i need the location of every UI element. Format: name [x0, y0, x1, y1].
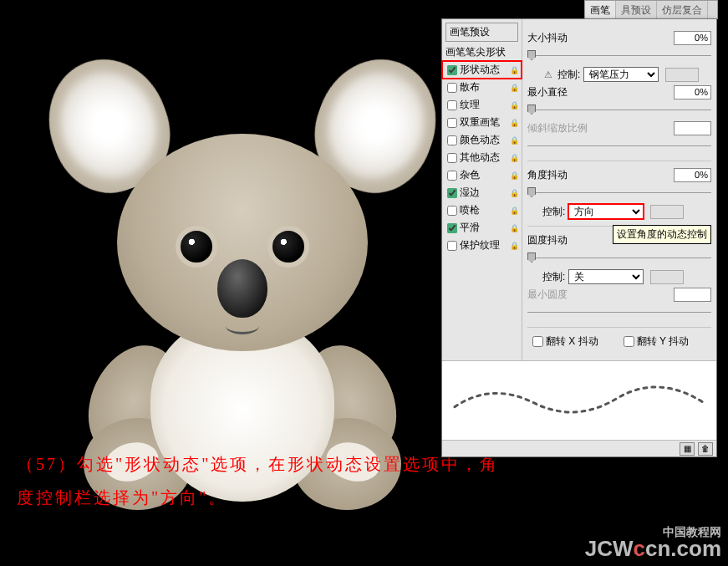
brush-preview [442, 360, 716, 440]
lock-icon: 🔒 [510, 119, 518, 127]
preset-item[interactable]: 形状动态🔒 [442, 61, 522, 79]
flip-y-checkbox[interactable]: 翻转 Y 抖动 [624, 334, 689, 349]
preset-label: 保护纹理 [460, 238, 500, 252]
tab-brush[interactable]: 画笔 [585, 1, 616, 19]
preset-label: 其他动态 [460, 150, 500, 165]
preset-checkbox[interactable] [447, 100, 457, 110]
preset-label: 平滑 [460, 221, 480, 235]
min-roundness-value [674, 288, 711, 302]
min-diameter-value[interactable]: 0% [674, 85, 711, 99]
preset-item[interactable]: 纹理🔒 [442, 96, 522, 114]
preset-item[interactable]: 湿边🔒 [442, 184, 522, 201]
preset-item[interactable]: 其他动态🔒 [442, 149, 522, 166]
lock-icon: 🔒 [510, 171, 518, 180]
canvas-area: （57）勾选"形状动态"选项，在形状动态设置选项中，角度控制栏选择为"方向"。 [0, 0, 441, 566]
size-control-select[interactable]: 钢笔压力 [583, 67, 659, 82]
brush-tip-shape[interactable]: 画笔笔尖形状 [442, 43, 522, 61]
min-diameter-slider[interactable] [527, 103, 711, 116]
roundness-jitter-label: 圆度抖动 [527, 233, 568, 247]
brush-panel: 画笔预设 画笔笔尖形状 形状动态🔒散布🔒纹理🔒双重画笔🔒颜色动态🔒其他动态🔒杂色… [441, 18, 717, 457]
new-icon[interactable]: ▦ [680, 442, 695, 456]
preset-checkbox[interactable] [447, 206, 457, 216]
preset-checkbox[interactable] [447, 241, 457, 251]
tilt-scale-label: 倾斜缩放比例 [527, 121, 588, 135]
preset-label: 湿边 [460, 186, 480, 200]
preset-item[interactable]: 喷枪🔒 [442, 201, 522, 219]
preset-label: 双重画笔 [460, 115, 500, 130]
preset-checkbox[interactable] [447, 188, 457, 198]
panel-tabs: 画笔 具预设 仿层复合 [584, 0, 718, 19]
tilt-scale-value [674, 121, 711, 135]
preset-column: 画笔预设 画笔笔尖形状 形状动态🔒散布🔒纹理🔒双重画笔🔒颜色动态🔒其他动态🔒杂色… [442, 19, 522, 360]
watermark: 中国教程网 JCWccn.com [585, 526, 721, 559]
preset-label: 散布 [460, 80, 480, 94]
mini-box [650, 205, 684, 219]
preset-checkbox[interactable] [447, 65, 457, 75]
size-jitter-slider[interactable] [527, 48, 711, 62]
control-label: 控制: [557, 68, 580, 82]
preset-label: 颜色动态 [460, 133, 500, 147]
lock-icon: 🔒 [510, 66, 518, 74]
angle-jitter-slider[interactable] [527, 186, 711, 199]
preset-checkbox[interactable] [447, 135, 457, 145]
roundness-jitter-slider[interactable] [527, 251, 711, 264]
preset-label: 纹理 [460, 98, 480, 112]
preset-item[interactable]: 颜色动态🔒 [442, 131, 522, 149]
lock-icon: 🔒 [510, 101, 518, 110]
lock-icon: 🔒 [510, 224, 518, 232]
angle-control-label: 控制: [542, 205, 565, 219]
mini-box [665, 68, 699, 82]
trash-icon[interactable]: 🗑 [698, 442, 713, 456]
roundness-control-select[interactable]: 关 [568, 269, 644, 284]
panel-bottom-bar: ▦ 🗑 [442, 440, 716, 456]
roundness-control-label: 控制: [542, 270, 565, 284]
brush-preset-header[interactable]: 画笔预设 [445, 23, 518, 42]
lock-icon: 🔒 [510, 154, 518, 162]
preset-item[interactable]: 杂色🔒 [442, 166, 522, 184]
tab-preset[interactable]: 具预设 [616, 1, 657, 19]
size-jitter-label: 大小抖动 [527, 31, 568, 45]
preset-item[interactable]: 平滑🔒 [442, 219, 522, 237]
preset-checkbox[interactable] [447, 83, 457, 93]
min-roundness-slider [527, 305, 711, 319]
instruction-text: （57）勾选"形状动态"选项，在形状动态设置选项中，角度控制栏选择为"方向"。 [17, 447, 514, 514]
preset-label: 喷枪 [460, 203, 480, 217]
lock-icon: 🔒 [510, 84, 518, 92]
lock-icon: 🔒 [510, 189, 518, 197]
tab-clone[interactable]: 仿层复合 [657, 1, 708, 19]
preset-checkbox[interactable] [447, 171, 457, 181]
flip-x-checkbox[interactable]: 翻转 X 抖动 [532, 334, 598, 349]
lock-icon: 🔒 [510, 207, 518, 215]
preset-checkbox[interactable] [447, 223, 457, 233]
warning-icon: ⚠ [542, 69, 554, 80]
size-jitter-value[interactable]: 0% [674, 31, 711, 45]
preset-checkbox[interactable] [447, 118, 457, 128]
angle-control-select[interactable]: 方向 [568, 204, 644, 219]
preset-label: 杂色 [460, 168, 480, 182]
lock-icon: 🔒 [510, 242, 518, 250]
tooltip: 设置角度的动态控制 [613, 225, 711, 244]
angle-jitter-value[interactable]: 0% [674, 168, 711, 182]
mini-box [650, 270, 684, 284]
angle-jitter-label: 角度抖动 [527, 168, 568, 182]
settings-column: 大小抖动 0% ⚠ 控制: 钢笔压力 最小直径 0% 倾斜缩放比例 [522, 19, 716, 360]
min-roundness-label: 最小圆度 [527, 288, 568, 302]
tilt-scale-slider [527, 139, 711, 152]
min-diameter-label: 最小直径 [527, 85, 568, 99]
lock-icon: 🔒 [510, 136, 518, 145]
preset-item[interactable]: 保护纹理🔒 [442, 237, 522, 254]
preset-checkbox[interactable] [447, 153, 457, 163]
preset-label: 形状动态 [460, 63, 500, 77]
preset-item[interactable]: 双重画笔🔒 [442, 114, 522, 131]
preset-item[interactable]: 散布🔒 [442, 79, 522, 96]
